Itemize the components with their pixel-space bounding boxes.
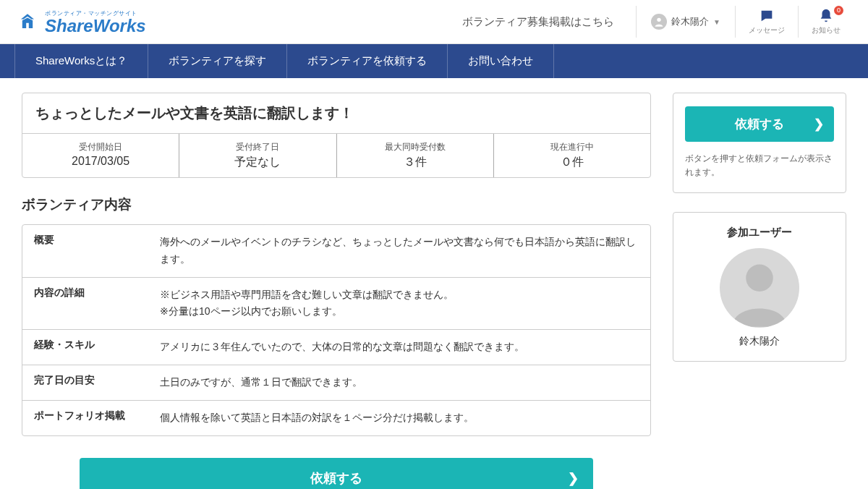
stat-max: 最大同時受付数 ３件 xyxy=(337,134,494,177)
nav-item-request[interactable]: ボランティアを依頼する xyxy=(287,44,448,78)
notifications-link[interactable]: 0 お知らせ xyxy=(798,6,854,38)
stat-progress: 現在進行中 ０件 xyxy=(494,134,650,177)
content-section-title: ボランティア内容 xyxy=(22,195,651,214)
sidebar-participant-box: 参加ユーザー 鈴木陽介 xyxy=(673,212,846,362)
caret-down-icon: ▼ xyxy=(713,18,720,26)
participant-avatar[interactable] xyxy=(720,248,799,328)
username: 鈴木陽介 xyxy=(671,15,709,28)
sidebar-request-box: 依頼する ❯ ボタンを押すと依頼フォームが表示されます。 xyxy=(673,93,846,193)
recruit-link[interactable]: ボランティア募集掲載はこちら xyxy=(462,15,614,29)
table-row: 完了日の目安土日のみですが、通常１日で翻訳できます。 xyxy=(22,365,650,401)
nav-item-search[interactable]: ボランティアを探す xyxy=(148,44,287,78)
table-row: 経験・スキルアメリカに３年住んでいたので、大体の日常的な文章は問題なく翻訳できま… xyxy=(22,330,650,365)
request-note-side: ボタンを押すと依頼フォームが表示されます。 xyxy=(685,152,834,179)
sidebar: 依頼する ❯ ボタンを押すと依頼フォームが表示されます。 参加ユーザー 鈴木陽介 xyxy=(673,93,846,489)
svg-point-1 xyxy=(746,265,773,292)
chevron-right-icon: ❯ xyxy=(814,116,824,132)
messages-link[interactable]: メッセージ xyxy=(735,6,798,38)
chevron-right-icon: ❯ xyxy=(568,470,579,486)
participant-name: 鈴木陽介 xyxy=(685,335,834,348)
request-button-main[interactable]: 依頼する ❯ xyxy=(80,458,593,489)
request-button-side[interactable]: 依頼する ❯ xyxy=(685,106,834,142)
main-nav: ShareWorksとは？ ボランティアを探す ボランティアを依頼する お問い合… xyxy=(0,44,868,78)
avatar-icon xyxy=(651,14,667,30)
nav-item-contact[interactable]: お問い合わせ xyxy=(448,44,554,78)
listing-header: ちょっとしたメールや文書を英語に翻訳します！ 受付開始日 2017/03/05 … xyxy=(22,93,651,178)
notification-badge: 0 xyxy=(834,6,843,15)
detail-table: 概要海外へのメールやイベントのチラシなど、ちょっとしたメールや文書なら何でも日本… xyxy=(22,224,651,436)
chat-icon xyxy=(759,8,775,24)
nav-item-about[interactable]: ShareWorksとは？ xyxy=(14,44,148,78)
header: ボランティア・マッチングサイト ShareWorks ボランティア募集掲載はこち… xyxy=(0,0,868,44)
listing-stats: 受付開始日 2017/03/05 受付終了日 予定なし 最大同時受付数 ３件 現… xyxy=(22,134,650,177)
logo[interactable]: ボランティア・マッチングサイト ShareWorks xyxy=(14,9,146,35)
table-row: 概要海外へのメールやイベントのチラシなど、ちょっとしたメールや文書なら何でも日本… xyxy=(22,225,650,278)
notifications-label: お知らせ xyxy=(812,25,841,35)
listing-title: ちょっとしたメールや文書を英語に翻訳します！ xyxy=(22,93,650,134)
bell-icon xyxy=(818,8,834,24)
svg-point-0 xyxy=(657,18,660,22)
stat-start: 受付開始日 2017/03/05 xyxy=(22,134,179,177)
table-row: 内容の詳細※ビジネス用語や専門用語を含む難しい文章は翻訳できません。 ※分量は1… xyxy=(22,278,650,331)
table-row: ポートフォリオ掲載個人情報を除いて英語と日本語の対訳を１ページ分だけ掲載します。 xyxy=(22,401,650,435)
user-menu[interactable]: 鈴木陽介 ▼ xyxy=(636,6,735,38)
logo-icon xyxy=(14,9,41,35)
messages-label: メッセージ xyxy=(749,25,785,35)
stat-end: 受付終了日 予定なし xyxy=(179,134,336,177)
logo-name: ShareWorks xyxy=(45,17,146,35)
participant-title: 参加ユーザー xyxy=(685,226,834,239)
main-content: ちょっとしたメールや文書を英語に翻訳します！ 受付開始日 2017/03/05 … xyxy=(22,93,651,489)
